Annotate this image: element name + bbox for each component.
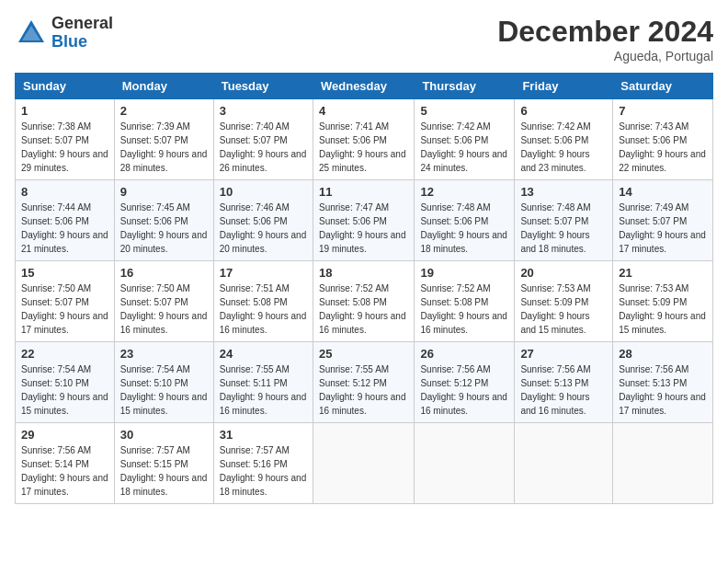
calendar-day-cell — [415, 423, 515, 504]
day-info: Sunrise: 7:56 AMSunset: 5:13 PMDaylight:… — [520, 364, 590, 416]
day-info: Sunrise: 7:43 AMSunset: 5:06 PMDaylight:… — [619, 121, 706, 173]
calendar-day-cell: 12 Sunrise: 7:48 AMSunset: 5:06 PMDaylig… — [415, 180, 515, 261]
day-number: 26 — [420, 347, 508, 361]
logo-text: General Blue — [51, 15, 113, 52]
day-info: Sunrise: 7:54 AMSunset: 5:10 PMDaylight:… — [21, 364, 108, 416]
calendar-day-cell: 21 Sunrise: 7:53 AMSunset: 5:09 PMDaylig… — [613, 261, 713, 342]
calendar-day-cell: 29 Sunrise: 7:56 AMSunset: 5:14 PMDaylig… — [16, 423, 115, 504]
calendar-table: SundayMondayTuesdayWednesdayThursdayFrid… — [15, 73, 713, 504]
day-info: Sunrise: 7:57 AMSunset: 5:15 PMDaylight:… — [120, 445, 208, 497]
page-header: General Blue December 2024 Agueda, Portu… — [15, 15, 713, 63]
day-info: Sunrise: 7:48 AMSunset: 5:07 PMDaylight:… — [520, 202, 590, 254]
calendar-day-cell: 11 Sunrise: 7:47 AMSunset: 5:06 PMDaylig… — [313, 180, 414, 261]
day-info: Sunrise: 7:40 AMSunset: 5:07 PMDaylight:… — [220, 121, 307, 173]
calendar-day-cell: 26 Sunrise: 7:56 AMSunset: 5:12 PMDaylig… — [415, 342, 515, 423]
calendar-day-cell — [613, 423, 713, 504]
day-number: 9 — [120, 185, 208, 199]
day-info: Sunrise: 7:56 AMSunset: 5:13 PMDaylight:… — [619, 364, 706, 416]
day-number: 13 — [520, 185, 607, 199]
calendar-day-cell: 18 Sunrise: 7:52 AMSunset: 5:08 PMDaylig… — [313, 261, 414, 342]
calendar-day-cell: 10 Sunrise: 7:46 AMSunset: 5:06 PMDaylig… — [213, 180, 313, 261]
calendar-day-cell: 8 Sunrise: 7:44 AMSunset: 5:06 PMDayligh… — [16, 180, 115, 261]
calendar-day-cell: 27 Sunrise: 7:56 AMSunset: 5:13 PMDaylig… — [515, 342, 613, 423]
calendar-day-cell — [515, 423, 613, 504]
weekday-header: Sunday — [16, 74, 115, 99]
day-info: Sunrise: 7:38 AMSunset: 5:07 PMDaylight:… — [21, 121, 108, 173]
day-info: Sunrise: 7:42 AMSunset: 5:06 PMDaylight:… — [520, 121, 590, 173]
calendar-day-cell: 9 Sunrise: 7:45 AMSunset: 5:06 PMDayligh… — [114, 180, 213, 261]
weekday-header: Thursday — [415, 74, 515, 99]
day-info: Sunrise: 7:42 AMSunset: 5:06 PMDaylight:… — [420, 121, 507, 173]
day-number: 27 — [520, 347, 607, 361]
day-info: Sunrise: 7:55 AMSunset: 5:12 PMDaylight:… — [319, 364, 406, 416]
calendar-week-row: 15 Sunrise: 7:50 AMSunset: 5:07 PMDaylig… — [16, 261, 713, 342]
day-number: 28 — [619, 347, 707, 361]
day-number: 7 — [619, 104, 707, 118]
day-number: 24 — [220, 347, 307, 361]
day-info: Sunrise: 7:41 AMSunset: 5:06 PMDaylight:… — [319, 121, 406, 173]
day-number: 17 — [220, 266, 307, 280]
day-number: 16 — [120, 266, 208, 280]
calendar-week-row: 29 Sunrise: 7:56 AMSunset: 5:14 PMDaylig… — [16, 423, 713, 504]
calendar-day-cell: 20 Sunrise: 7:53 AMSunset: 5:09 PMDaylig… — [515, 261, 613, 342]
day-number: 29 — [21, 428, 108, 442]
calendar-day-cell: 24 Sunrise: 7:55 AMSunset: 5:11 PMDaylig… — [213, 342, 313, 423]
day-number: 8 — [21, 185, 108, 199]
logo-icon — [15, 17, 48, 50]
calendar-day-cell: 2 Sunrise: 7:39 AMSunset: 5:07 PMDayligh… — [114, 99, 213, 180]
weekday-header: Saturday — [613, 74, 713, 99]
day-number: 19 — [420, 266, 508, 280]
calendar-day-cell: 1 Sunrise: 7:38 AMSunset: 5:07 PMDayligh… — [16, 99, 115, 180]
day-number: 18 — [319, 266, 408, 280]
day-info: Sunrise: 7:53 AMSunset: 5:09 PMDaylight:… — [520, 283, 590, 335]
day-number: 22 — [21, 347, 108, 361]
calendar-week-row: 1 Sunrise: 7:38 AMSunset: 5:07 PMDayligh… — [16, 99, 713, 180]
calendar-day-cell: 28 Sunrise: 7:56 AMSunset: 5:13 PMDaylig… — [613, 342, 713, 423]
day-info: Sunrise: 7:44 AMSunset: 5:06 PMDaylight:… — [21, 202, 108, 254]
day-number: 14 — [619, 185, 707, 199]
calendar-day-cell: 16 Sunrise: 7:50 AMSunset: 5:07 PMDaylig… — [114, 261, 213, 342]
day-number: 6 — [520, 104, 607, 118]
calendar-day-cell: 19 Sunrise: 7:52 AMSunset: 5:08 PMDaylig… — [415, 261, 515, 342]
calendar-day-cell: 15 Sunrise: 7:50 AMSunset: 5:07 PMDaylig… — [16, 261, 115, 342]
calendar-day-cell: 13 Sunrise: 7:48 AMSunset: 5:07 PMDaylig… — [515, 180, 613, 261]
day-info: Sunrise: 7:57 AMSunset: 5:16 PMDaylight:… — [220, 445, 307, 497]
calendar-day-cell: 4 Sunrise: 7:41 AMSunset: 5:06 PMDayligh… — [313, 99, 414, 180]
calendar-day-cell: 6 Sunrise: 7:42 AMSunset: 5:06 PMDayligh… — [515, 99, 613, 180]
calendar-week-row: 8 Sunrise: 7:44 AMSunset: 5:06 PMDayligh… — [16, 180, 713, 261]
day-info: Sunrise: 7:49 AMSunset: 5:07 PMDaylight:… — [619, 202, 706, 254]
logo-blue: Blue — [51, 33, 113, 52]
calendar-day-cell: 25 Sunrise: 7:55 AMSunset: 5:12 PMDaylig… — [313, 342, 414, 423]
day-info: Sunrise: 7:47 AMSunset: 5:06 PMDaylight:… — [319, 202, 406, 254]
weekday-header: Wednesday — [313, 74, 414, 99]
day-number: 31 — [220, 428, 307, 442]
day-number: 11 — [319, 185, 408, 199]
month-title: December 2024 — [497, 15, 713, 49]
day-info: Sunrise: 7:45 AMSunset: 5:06 PMDaylight:… — [120, 202, 208, 254]
day-info: Sunrise: 7:55 AMSunset: 5:11 PMDaylight:… — [220, 364, 307, 416]
day-number: 23 — [120, 347, 208, 361]
logo-general: General — [51, 15, 113, 33]
title-area: December 2024 Agueda, Portugal — [497, 15, 713, 63]
weekday-header: Monday — [114, 74, 213, 99]
calendar-day-cell: 17 Sunrise: 7:51 AMSunset: 5:08 PMDaylig… — [213, 261, 313, 342]
day-info: Sunrise: 7:56 AMSunset: 5:14 PMDaylight:… — [21, 445, 108, 497]
day-info: Sunrise: 7:53 AMSunset: 5:09 PMDaylight:… — [619, 283, 706, 335]
calendar-day-cell: 3 Sunrise: 7:40 AMSunset: 5:07 PMDayligh… — [213, 99, 313, 180]
weekday-header: Tuesday — [213, 74, 313, 99]
day-info: Sunrise: 7:39 AMSunset: 5:07 PMDaylight:… — [120, 121, 208, 173]
day-number: 10 — [220, 185, 307, 199]
calendar-day-cell: 5 Sunrise: 7:42 AMSunset: 5:06 PMDayligh… — [415, 99, 515, 180]
day-info: Sunrise: 7:50 AMSunset: 5:07 PMDaylight:… — [21, 283, 108, 335]
day-info: Sunrise: 7:52 AMSunset: 5:08 PMDaylight:… — [319, 283, 406, 335]
calendar-day-cell: 30 Sunrise: 7:57 AMSunset: 5:15 PMDaylig… — [114, 423, 213, 504]
calendar-day-cell — [313, 423, 414, 504]
calendar-day-cell: 22 Sunrise: 7:54 AMSunset: 5:10 PMDaylig… — [16, 342, 115, 423]
day-number: 4 — [319, 104, 408, 118]
day-number: 3 — [220, 104, 307, 118]
calendar-week-row: 22 Sunrise: 7:54 AMSunset: 5:10 PMDaylig… — [16, 342, 713, 423]
day-info: Sunrise: 7:46 AMSunset: 5:06 PMDaylight:… — [220, 202, 307, 254]
day-number: 30 — [120, 428, 208, 442]
day-info: Sunrise: 7:52 AMSunset: 5:08 PMDaylight:… — [420, 283, 507, 335]
day-number: 20 — [520, 266, 607, 280]
